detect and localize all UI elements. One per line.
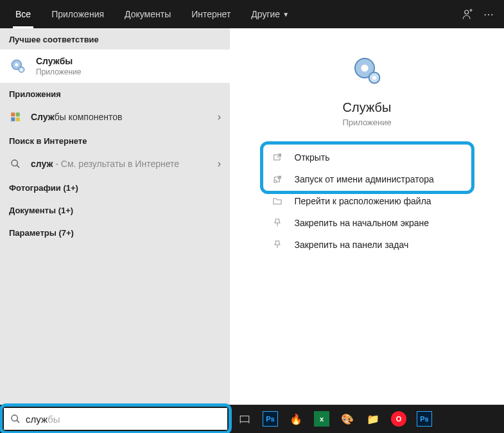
preview-panel: Службы Приложение Открыть Запуск от имен…	[230, 28, 504, 405]
best-match-item[interactable]: Службы Приложение	[0, 49, 230, 83]
search-box-wrap: службы	[1, 405, 230, 432]
action-label: Запуск от имени администратора	[295, 174, 434, 184]
category-documents[interactable]: Документы (1+)	[0, 199, 230, 222]
best-match-subtitle: Приложение	[36, 67, 81, 76]
tab-label: Все	[15, 9, 31, 19]
search-icon	[10, 414, 21, 424]
svg-point-16	[274, 180, 276, 182]
preview-subtitle: Приложение	[342, 118, 391, 127]
chevron-right-icon: ›	[218, 111, 221, 123]
svg-point-9	[12, 160, 17, 166]
best-match-text: Службы Приложение	[36, 56, 81, 76]
more-icon[interactable]: ⋯	[478, 4, 499, 24]
svg-point-11	[361, 64, 368, 71]
pin-icon	[272, 217, 283, 229]
best-match-title: Службы	[36, 56, 81, 66]
main-area: Лучшее соответствие Службы Приложение Пр…	[0, 28, 504, 405]
web-heading: Поиск в Интернете	[0, 130, 230, 151]
taskbar-app-flame[interactable]: 🔥	[285, 408, 307, 430]
svg-point-17	[12, 415, 17, 421]
svg-rect-5	[11, 112, 15, 116]
svg-point-13	[372, 76, 376, 80]
preview-title: Службы	[343, 100, 392, 115]
action-label: Перейти к расположению файла	[295, 196, 431, 206]
tab-apps[interactable]: Приложения	[41, 0, 114, 28]
services-icon-large	[352, 55, 383, 86]
match-hint: - См. результаты в Интернете	[53, 159, 179, 169]
action-pin-taskbar[interactable]: Закрепить на панели задач	[268, 234, 467, 256]
match-bold: служ	[31, 159, 53, 169]
svg-point-0	[465, 10, 469, 14]
action-label: Закрепить на панели задач	[295, 240, 409, 250]
svg-rect-6	[16, 112, 20, 116]
result-label: служ - См. результаты в Интернете	[31, 159, 179, 169]
match-bold: Служ	[31, 112, 55, 122]
taskbar-app-explorer[interactable]: 📁	[362, 408, 384, 430]
search-icon	[9, 157, 22, 170]
open-icon	[272, 152, 283, 163]
preview-actions: Открыть Запуск от имени администратора П…	[268, 146, 467, 256]
category-photos[interactable]: Фотографии (1+)	[0, 177, 230, 199]
app-result-component-services[interactable]: Службы компонентов ›	[0, 104, 230, 130]
svg-rect-18	[240, 416, 249, 422]
services-icon	[9, 57, 27, 75]
pin-icon	[272, 239, 283, 251]
header-bar: Все Приложения Документы Интернет Другие…	[0, 0, 504, 28]
chevron-down-icon: ▼	[282, 11, 289, 18]
best-match-heading: Лучшее соответствие	[0, 28, 230, 49]
tab-web[interactable]: Интернет	[181, 0, 241, 28]
folder-icon	[272, 195, 283, 207]
tab-all[interactable]: Все	[5, 0, 41, 28]
action-open-location[interactable]: Перейти к расположению файла	[268, 190, 467, 212]
match-rest: бы компонентов	[55, 112, 123, 122]
search-box[interactable]: службы	[4, 408, 227, 430]
tab-label: Документы	[125, 9, 171, 19]
action-pin-start[interactable]: Закрепить на начальном экране	[268, 212, 467, 234]
results-panel: Лучшее соответствие Службы Приложение Пр…	[0, 28, 230, 405]
apps-heading: Приложения	[0, 83, 230, 104]
tab-documents[interactable]: Документы	[114, 0, 181, 28]
taskbar-app-paint[interactable]: 🎨	[336, 408, 358, 430]
result-label: Службы компонентов	[31, 112, 122, 122]
taskbar-app-opera[interactable]: O	[388, 408, 410, 430]
search-ghost: бы	[48, 414, 60, 425]
taskbar-app-photoshop[interactable]: Ps	[259, 408, 281, 430]
svg-point-2	[15, 63, 18, 66]
chevron-right-icon: ›	[218, 158, 221, 170]
tab-label: Другие	[251, 9, 280, 19]
action-label: Закрепить на начальном экране	[295, 218, 430, 228]
task-view-icon[interactable]	[234, 408, 256, 430]
tab-label: Интернет	[191, 9, 230, 19]
web-result[interactable]: служ - См. результаты в Интернете ›	[0, 151, 230, 177]
svg-point-4	[21, 69, 22, 71]
taskbar-app-excel[interactable]: x	[311, 408, 333, 430]
svg-rect-8	[16, 118, 20, 121]
svg-rect-7	[11, 118, 15, 121]
component-icon	[9, 110, 22, 123]
tab-other[interactable]: Другие▼	[241, 0, 299, 28]
taskbar: службы Ps 🔥 x 🎨 📁 O Ps	[0, 405, 504, 433]
feedback-icon[interactable]	[458, 4, 478, 24]
search-input[interactable]: службы	[26, 414, 221, 425]
action-label: Открыть	[295, 152, 330, 163]
category-settings[interactable]: Параметры (7+)	[0, 222, 230, 244]
admin-icon	[272, 173, 283, 185]
action-run-as-admin[interactable]: Запуск от имени администратора	[268, 168, 467, 190]
taskbar-app-photoshop-2[interactable]: Ps	[413, 408, 435, 430]
search-typed: служ	[26, 414, 48, 425]
header-tabs: Все Приложения Документы Интернет Другие…	[5, 0, 299, 28]
tab-label: Приложения	[51, 9, 104, 19]
action-open[interactable]: Открыть	[268, 146, 467, 168]
